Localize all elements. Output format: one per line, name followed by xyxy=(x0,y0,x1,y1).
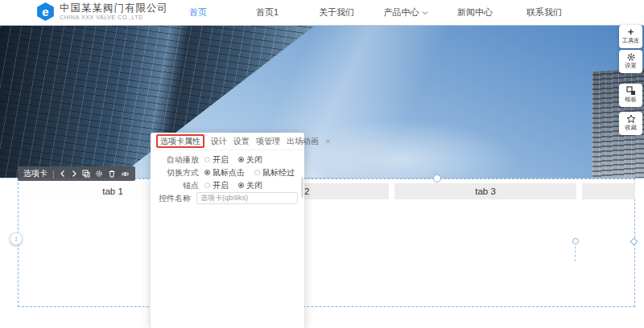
gear-icon[interactable] xyxy=(95,170,103,178)
nav-item-home[interactable]: 首页 xyxy=(163,0,233,25)
favorites-button[interactable]: 收藏 xyxy=(619,112,642,135)
widget-toolbar: 选项卡 | xyxy=(18,166,135,181)
dialog-header: 选项卡属性 设计 设置 项管理 出场动画 × xyxy=(151,133,304,150)
dialog-title: 选项卡属性 xyxy=(156,134,204,148)
switch-mode-field: 切换方式 鼠标点击 鼠标经过 xyxy=(159,166,296,178)
settings-button[interactable]: 设置 xyxy=(619,50,642,73)
chevron-right-icon[interactable] xyxy=(71,170,77,178)
column-insert-handle[interactable] xyxy=(572,238,579,244)
nav-item-news[interactable]: 新闻中心 xyxy=(440,0,510,25)
widget-name-field: 控件名称 xyxy=(159,192,296,204)
template-button[interactable]: 模板 xyxy=(619,84,642,107)
nav-item-about[interactable]: 关于我们 xyxy=(302,0,371,25)
dialog-tab-animation[interactable]: 出场动画 xyxy=(287,136,319,147)
tool-library-button[interactable]: + 工具库 xyxy=(619,25,642,48)
dialog-tab-settings[interactable]: 设置 xyxy=(233,136,250,147)
nav-item-home1[interactable]: 首页1 xyxy=(233,0,302,25)
autoplay-on-radio[interactable]: 开启 xyxy=(204,154,229,166)
switch-hover-radio[interactable]: 鼠标经过 xyxy=(254,167,295,178)
chevron-left-icon[interactable] xyxy=(60,170,66,178)
radio-icon xyxy=(204,170,210,175)
logo-icon: e xyxy=(36,2,55,21)
hero-banner[interactable] xyxy=(0,25,644,178)
plus-icon: + xyxy=(619,27,642,37)
radio-icon xyxy=(204,157,210,162)
copy-icon[interactable] xyxy=(82,170,90,178)
autoplay-field: 自动播放 开启 关闭 xyxy=(159,154,296,166)
radio-icon xyxy=(204,182,210,188)
anchor-field: 锚点 开启 关闭 xyxy=(159,179,296,191)
column-insert-guide xyxy=(575,242,576,261)
radio-icon xyxy=(254,170,260,175)
autoplay-off-radio[interactable]: 关闭 xyxy=(238,154,262,166)
tab-3[interactable]: tab 3 xyxy=(394,183,576,199)
dialog-scrollbar[interactable] xyxy=(301,177,303,198)
move-handle-icon[interactable] xyxy=(10,232,23,245)
top-anchor-handle[interactable] xyxy=(433,174,441,182)
tab-filler-cell xyxy=(582,183,635,199)
dialog-body: 自动播放 开启 关闭 切换方式 鼠标点击 鼠标经过 xyxy=(151,150,304,204)
dialog-tab-items[interactable]: 项管理 xyxy=(256,136,280,147)
editor-page: e 中国某某阀门有限公司 CHINA XXX VALVE CO.,LTD 首页 … xyxy=(0,0,644,328)
switch-click-radio[interactable]: 鼠标点击 xyxy=(204,167,245,178)
radio-icon xyxy=(238,182,244,188)
company-name-cn: 中国某某阀门有限公司 xyxy=(60,3,168,14)
trash-icon[interactable] xyxy=(108,170,116,178)
gear-icon xyxy=(619,51,642,62)
nav-item-contact[interactable]: 联系我们 xyxy=(510,0,579,25)
dialog-tab-design[interactable]: 设计 xyxy=(211,136,227,147)
widget-name-input[interactable] xyxy=(196,192,298,204)
tab-properties-dialog: 选项卡属性 设计 设置 项管理 出场动画 × 自动播放 开启 关闭 切换方式 xyxy=(151,133,304,328)
star-icon xyxy=(619,113,642,124)
template-icon xyxy=(619,85,642,96)
widget-toolbar-label: 选项卡 xyxy=(23,168,47,179)
close-icon[interactable]: × xyxy=(325,137,331,146)
radio-icon xyxy=(238,157,244,162)
site-header: e 中国某某阀门有限公司 CHINA XXX VALVE CO.,LTD 首页 … xyxy=(0,0,644,25)
main-nav: 首页 首页1 关于我们 产品中心 新闻中心 联系我们 xyxy=(163,0,579,25)
nav-item-products[interactable]: 产品中心 xyxy=(371,0,440,25)
anchor-off-radio[interactable]: 关闭 xyxy=(238,180,262,191)
eye-icon[interactable] xyxy=(121,170,130,178)
site-logo[interactable]: e 中国某某阀门有限公司 CHINA XXX VALVE CO.,LTD xyxy=(36,2,168,21)
anchor-on-radio[interactable]: 开启 xyxy=(204,180,229,191)
company-name-en: CHINA XXX VALVE CO.,LTD xyxy=(60,14,168,21)
chevron-down-icon xyxy=(422,10,428,15)
toolbar-separator: | xyxy=(52,170,55,178)
